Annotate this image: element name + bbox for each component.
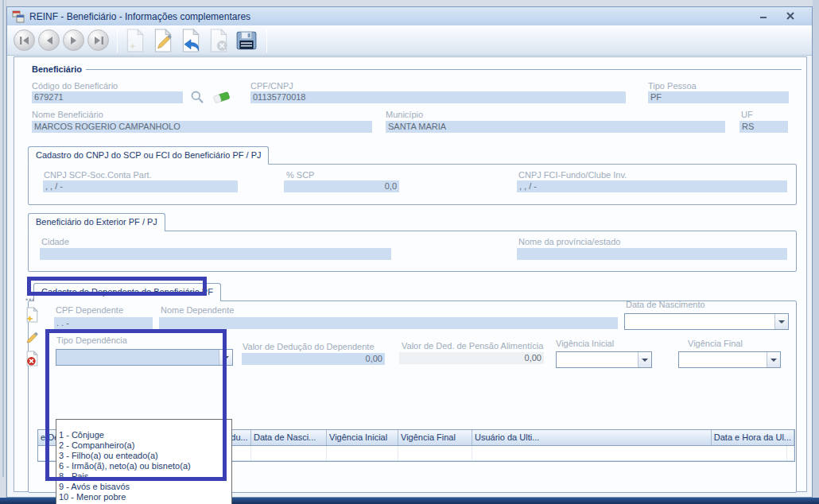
dropdown-option[interactable] [56, 420, 231, 430]
nav-next-button[interactable] [63, 29, 84, 51]
tipo-dependencia-dropdown-button[interactable] [219, 350, 232, 365]
data-nascimento-combo[interactable] [624, 313, 789, 330]
clear-beneficiario-button[interactable] [212, 91, 232, 107]
content-panel: Beneficiário Código do Beneficário 67927… [14, 56, 807, 492]
pct-scp-label: % SCP [286, 170, 314, 180]
edit-record-button[interactable] [150, 28, 176, 53]
nome-dependente-label: Nome Dependente [161, 305, 234, 315]
cidade-field[interactable] [40, 248, 391, 260]
vigencia-final-label: Vigência Final [688, 339, 743, 348]
data-nascimento-dropdown-button[interactable] [774, 314, 788, 329]
codigo-beneficiario-label: Código do Beneficário [32, 81, 118, 91]
background-left-strip [0, 0, 6, 498]
cnpj-fci-field[interactable]: , , / - [517, 180, 787, 192]
edit-dependent-button[interactable] [24, 328, 40, 346]
nome-beneficiario-field[interactable]: MARCOS ROGERIO CAMPANHOLO [32, 121, 372, 133]
tipo-pessoa-label: Tipo Pessoa [648, 81, 697, 91]
cancel-icon [208, 29, 229, 52]
vigencia-final-combo[interactable] [678, 351, 781, 368]
save-button[interactable] [234, 28, 259, 53]
cpf-cnpj-field[interactable]: 01135770018 [250, 91, 626, 103]
cnpj-scp-label: CNPJ SCP-Soc.Conta Part. [44, 170, 152, 180]
main-toolbar [7, 25, 812, 56]
valor-pensao-field[interactable]: 0,00 [399, 352, 544, 364]
vigencia-inicial-dropdown-button[interactable] [638, 352, 651, 367]
new-record-icon [125, 29, 146, 52]
tipo-dependencia-dropdown-list: 1 - Cônjuge2 - Companheiro(a)3 - Filho(a… [56, 419, 232, 504]
minimize-button[interactable] [756, 10, 770, 22]
chevron-down-icon [223, 356, 229, 359]
tab-exterior[interactable]: Beneficiário do Exterior PF / PJ [28, 213, 165, 231]
tipo-dependencia-label: Tipo Dependência [56, 335, 127, 345]
dropdown-option[interactable]: 6 - Irmão(ã), neto(a) ou bisneto(a) [56, 461, 231, 471]
grid-column-header[interactable]: Usuário da Ulti... [472, 430, 712, 445]
beneficiario-section-title: Beneficiário [32, 64, 82, 74]
toolbar-separator [266, 29, 267, 52]
save-icon [235, 29, 258, 52]
grid-cell[interactable] [398, 446, 472, 460]
dropdown-option[interactable]: 3 - Filho(a) ou enteado(a) [56, 451, 231, 461]
close-button[interactable] [783, 10, 798, 22]
dropdown-option[interactable]: 9 - Avós e bisavós [56, 482, 231, 492]
vigencia-final-dropdown-button[interactable] [767, 352, 780, 367]
close-icon [786, 11, 795, 21]
dropdown-option[interactable]: 1 - Cônjuge [56, 430, 231, 440]
cnpj-fci-label: CNPJ FCI-Fundo/Clube Inv. [518, 170, 627, 180]
add-dependent-button[interactable] [24, 306, 40, 324]
uf-label: UF [741, 110, 753, 119]
minimize-icon [759, 11, 768, 21]
grid-column-header[interactable]: Vigência Final [398, 430, 472, 445]
nav-next-icon [69, 36, 79, 45]
nav-first-button[interactable] [14, 29, 35, 51]
pct-scp-field[interactable]: 0,0 [284, 180, 399, 192]
provincia-field[interactable] [517, 248, 787, 260]
background-right-strip [813, 0, 819, 498]
codigo-beneficiario-field[interactable]: 679271 [32, 91, 183, 103]
edit-dependent-icon [25, 330, 39, 344]
uf-field[interactable]: RS [739, 121, 788, 133]
chevron-down-icon [642, 359, 648, 362]
cpf-dependente-label: CPF Dependente [56, 305, 123, 315]
cpf-cnpj-label: CPF/CNPJ [250, 81, 293, 91]
tab-scp-fci[interactable]: Cadastro do CNPJ do SCP ou FCI do Benefi… [28, 146, 269, 165]
form-icon [12, 10, 25, 23]
municipio-field[interactable]: SANTA MARIA [386, 121, 725, 133]
grid-cell[interactable] [787, 446, 794, 460]
background-window-edge [2, 0, 4, 477]
vigencia-inicial-combo[interactable] [556, 351, 652, 368]
cnpj-scp-field[interactable]: , , / - [43, 180, 238, 192]
tipo-pessoa-field[interactable]: PF [648, 91, 789, 103]
background-top-strip [0, 0, 819, 6]
nome-dependente-field[interactable] [159, 317, 618, 329]
nav-previous-button[interactable] [38, 29, 60, 51]
nav-previous-icon [45, 36, 54, 45]
screen: REINF - Beneficiário - Informações compl… [0, 0, 819, 504]
grid-cell[interactable] [472, 446, 787, 460]
dropdown-option[interactable]: 8 - Pais [56, 471, 231, 482]
chevron-down-icon [778, 320, 785, 324]
cancel-button[interactable] [206, 28, 231, 53]
undo-button[interactable] [178, 28, 204, 53]
valor-deducao-field[interactable]: 0,00 [242, 353, 385, 365]
search-beneficiario-button[interactable] [190, 90, 204, 107]
tab-dependente[interactable]: Cadastro do Dependente do Beneficiário P… [33, 283, 221, 301]
edit-record-icon [153, 29, 173, 52]
grid-column-header[interactable]: Data de Nasci... [251, 430, 327, 445]
dropdown-option[interactable]: 2 - Companheiro(a) [56, 440, 231, 451]
municipio-label: Município [386, 110, 423, 119]
delete-dependent-icon [25, 351, 39, 366]
nav-last-button[interactable] [87, 29, 109, 51]
cpf-dependente-field[interactable]: . . - [54, 317, 153, 329]
chevron-down-icon [770, 359, 777, 362]
tipo-dependencia-combo[interactable] [56, 349, 233, 366]
grid-column-header[interactable]: Vigência Inicial [327, 430, 398, 445]
dropdown-option[interactable]: 10 - Menor pobre [56, 492, 231, 502]
grid-column-header[interactable]: Data e Hora da Ul... [712, 430, 794, 445]
search-icon [190, 90, 204, 104]
delete-dependent-button[interactable] [24, 350, 40, 367]
data-nascimento-label: Data de Nascimento [626, 300, 705, 309]
new-record-button[interactable] [122, 28, 148, 53]
window-title: REINF - Beneficiário - Informações compl… [29, 11, 250, 22]
grid-cell[interactable] [251, 446, 327, 460]
grid-cell[interactable] [327, 446, 398, 460]
